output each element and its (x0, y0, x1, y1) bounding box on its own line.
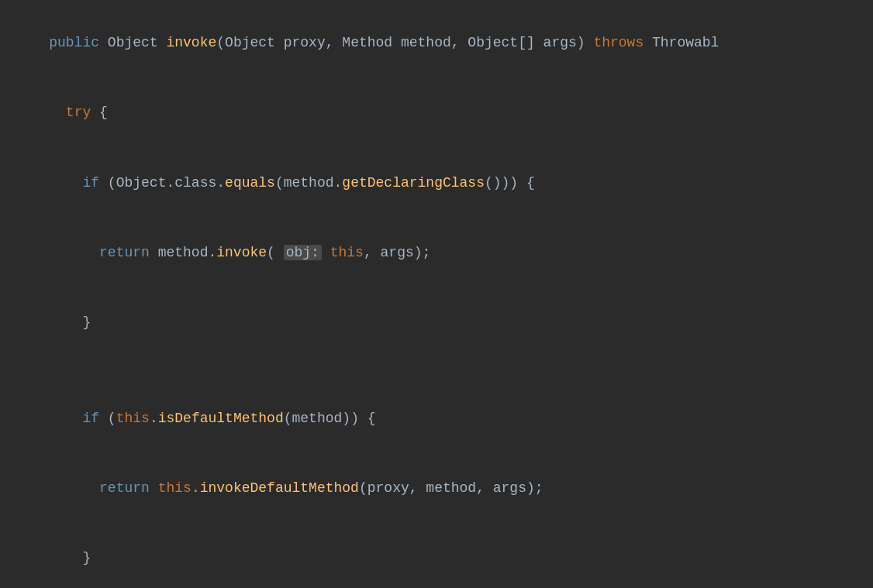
code-line-2: try { (0, 77, 873, 147)
code-line-7: if (this.isDefaultMethod(method)) { (0, 383, 873, 453)
code-line-3: if (Object.class.equals(method.getDeclar… (0, 148, 873, 218)
code-line-blank1 (0, 358, 873, 383)
code-line-9: } (0, 524, 873, 588)
code-editor: public Object invoke(Object proxy, Metho… (0, 0, 873, 588)
code-line-4: return method.invoke( obj: this, args); (0, 218, 873, 287)
code-line-8: return this.invokeDefaultMethod(proxy, m… (0, 453, 873, 523)
code-line-1: public Object invoke(Object proxy, Metho… (0, 8, 873, 77)
code-line-5: } (0, 288, 873, 358)
